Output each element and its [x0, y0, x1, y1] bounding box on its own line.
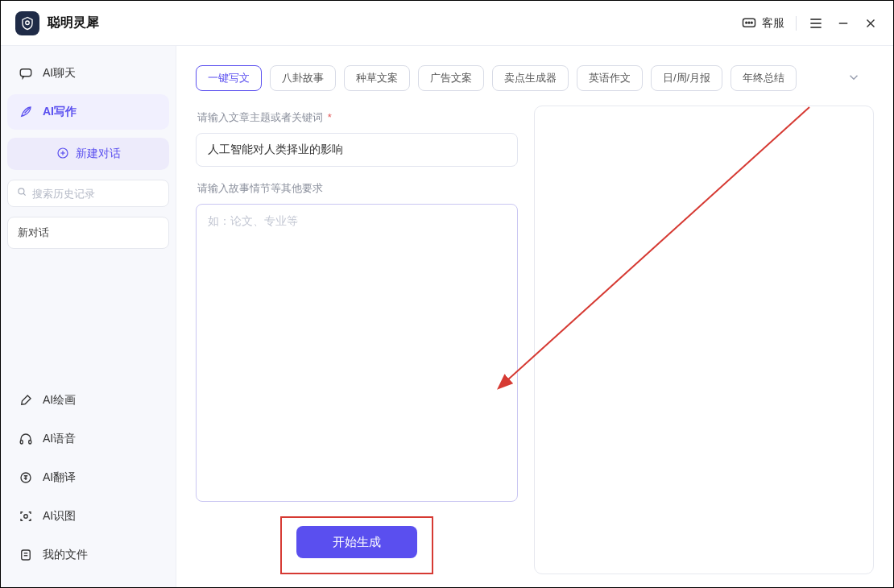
header-left: 聪明灵犀 [15, 11, 99, 35]
header-divider [796, 16, 797, 31]
svg-point-2 [746, 22, 747, 23]
sidebar-item-my-files[interactable]: 我的文件 [7, 537, 169, 573]
svg-rect-11 [20, 69, 31, 77]
generate-highlight-box: 开始生成 [280, 516, 433, 574]
svg-line-16 [23, 193, 26, 196]
feather-icon [19, 105, 33, 119]
output-panel [534, 106, 874, 574]
new-chat-label: 新建对话 [76, 147, 121, 161]
search-history-input[interactable] [32, 188, 168, 200]
translate-icon [19, 470, 33, 485]
sidebar-item-ai-write[interactable]: AI写作 [7, 94, 169, 130]
brush-icon [19, 393, 33, 408]
app-logo-icon [15, 11, 39, 35]
tab-grass[interactable]: 种草文案 [344, 65, 410, 91]
search-history-field[interactable] [7, 180, 169, 207]
topic-input[interactable] [196, 133, 518, 167]
chat-bubble-icon [19, 66, 33, 81]
close-button[interactable] [863, 15, 879, 31]
story-textarea[interactable] [196, 204, 518, 502]
svg-point-4 [751, 22, 753, 23]
history-item[interactable]: 新对话 [7, 217, 169, 249]
topic-label: 请输入文章主题或者关键词 * [197, 110, 518, 125]
svg-rect-18 [29, 441, 31, 445]
tab-gossip[interactable]: 八卦故事 [270, 65, 336, 91]
template-tabs: 一键写文 八卦故事 种草文案 广告文案 卖点生成器 英语作文 日/周/月报 年终… [176, 46, 893, 97]
image-scan-icon [19, 509, 33, 524]
tab-report[interactable]: 日/周/月报 [651, 65, 722, 91]
sidebar-item-label: AI聊天 [43, 66, 76, 81]
history-item-label: 新对话 [18, 226, 49, 238]
app-title: 聪明灵犀 [48, 14, 99, 31]
tab-oneclick[interactable]: 一键写文 [196, 65, 262, 91]
sidebar-item-ai-image[interactable]: AI识图 [7, 499, 169, 534]
svg-rect-17 [20, 441, 23, 445]
sidebar-item-label: 我的文件 [43, 548, 88, 562]
tab-sellpoint[interactable]: 卖点生成器 [492, 65, 569, 91]
support-icon [741, 15, 757, 31]
sidebar-item-ai-voice[interactable]: AI语音 [7, 421, 169, 457]
story-label: 请输入故事情节等其他要求 [197, 181, 518, 196]
sidebar-item-label: AI翻译 [43, 470, 76, 485]
sidebar-item-label: AI绘画 [43, 393, 76, 408]
svg-point-0 [26, 21, 30, 25]
generate-button[interactable]: 开始生成 [296, 526, 417, 558]
minimize-button[interactable] [835, 15, 851, 31]
svg-rect-21 [22, 550, 31, 560]
sidebar-item-ai-paint[interactable]: AI绘画 [7, 383, 169, 418]
sidebar-item-ai-translate[interactable]: AI翻译 [7, 460, 169, 495]
new-chat-button[interactable]: 新建对话 [7, 138, 169, 170]
svg-point-15 [19, 188, 24, 194]
menu-button[interactable] [808, 15, 824, 31]
header-right: 客服 [741, 15, 879, 31]
form-pane: 请输入文章主题或者关键词 * 请输入故事情节等其他要求 开始生成 [196, 106, 518, 574]
tab-yearend[interactable]: 年终总结 [731, 65, 797, 91]
main-panel: 一键写文 八卦故事 种草文案 广告文案 卖点生成器 英语作文 日/周/月报 年终… [176, 46, 893, 587]
sidebar-item-label: AI写作 [43, 105, 77, 119]
topic-label-text: 请输入文章主题或者关键词 [197, 111, 323, 123]
support-label: 客服 [762, 16, 784, 31]
headphones-icon [19, 432, 33, 446]
tab-ad[interactable]: 广告文案 [418, 65, 484, 91]
svg-point-3 [748, 22, 750, 23]
sidebar-item-label: AI语音 [43, 432, 76, 446]
svg-point-20 [24, 515, 28, 519]
sidebar-item-label: AI识图 [43, 509, 76, 524]
search-icon [16, 186, 27, 201]
tab-english[interactable]: 英语作文 [577, 65, 643, 91]
file-icon [19, 548, 33, 562]
expand-tabs-button[interactable] [846, 70, 861, 88]
sidebar: AI聊天 AI写作 新建对话 新对话 [1, 46, 176, 587]
support-button[interactable]: 客服 [741, 15, 784, 31]
app-header: 聪明灵犀 客服 [1, 1, 893, 46]
required-mark: * [328, 111, 332, 123]
sidebar-item-ai-chat[interactable]: AI聊天 [7, 56, 169, 91]
plus-circle-icon [56, 147, 69, 162]
